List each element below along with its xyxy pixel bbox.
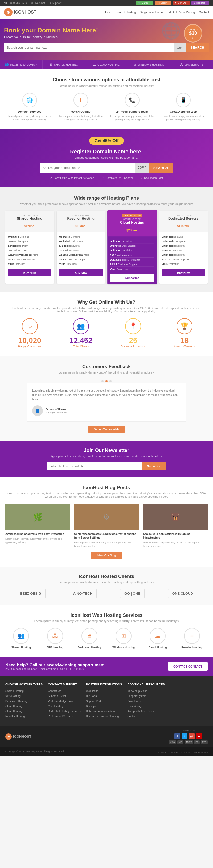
list-item: Apache,Mysql,drupal More	[8, 253, 51, 257]
dot-3[interactable]	[109, 380, 111, 382]
list-item: 100MB Disk Space	[8, 239, 51, 244]
list-item: Virus Protection	[110, 267, 154, 272]
twitter-button[interactable]: t	[182, 733, 187, 739]
nav-contact[interactable]: Contact	[199, 11, 209, 14]
domain-search-input[interactable]	[40, 163, 135, 173]
sitemap-link[interactable]: Sitemap	[158, 751, 167, 754]
stat-awards-number: 18	[174, 336, 195, 345]
subnav-domain[interactable]: 🌐 REGISTER A DOMAIN	[0, 60, 43, 69]
newsletter-submit[interactable]: Subscribe	[142, 462, 166, 470]
facebook-button[interactable]: f	[175, 733, 180, 739]
footer-link[interactable]: Database Administration	[86, 710, 115, 713]
clients-logos: BEEZ GESIG AINO-TECH GO | ONE ONE CLOUD	[5, 589, 208, 598]
plan-dedicated-button[interactable]: Buy Now	[162, 269, 205, 277]
blog-post-3: 🐻 Secure your applications with robust i…	[143, 503, 208, 548]
stats-title: Why Get Online With Us?	[5, 300, 208, 305]
feature-support: 📞 24/7/365 Support Team Lorem Ipsum is s…	[108, 93, 157, 121]
cta-contact-button[interactable]: CONTACT CONTACT	[168, 662, 208, 671]
cart-button[interactable]: 🛒 Cart(0) ~	[136, 1, 153, 5]
login-button[interactable]: ⟶ Log In ~	[155, 1, 171, 5]
footer-link[interactable]: Forum/Blogs	[127, 705, 142, 708]
plan-shared-button[interactable]: Buy Now	[8, 269, 51, 277]
footer-link[interactable]: Contact	[127, 715, 136, 718]
support-link[interactable]: ⚙ Support	[49, 2, 61, 4]
plan-shared-features: Unlimited Domains 100MB Disk Space Limit…	[5, 232, 54, 279]
subnav-shared[interactable]: 🖥 SHARED HOSTING	[43, 60, 85, 69]
plan-cloud-button[interactable]: Subscribe	[110, 274, 154, 282]
list-item: Dedicated Hosting Services	[48, 709, 81, 713]
footer-link[interactable]: Reseller Hosting	[5, 715, 25, 718]
domain-feature-1: ✓ Easy Setup With Instant Activation	[50, 177, 94, 180]
live-chat[interactable]: ✉ Live Chat	[31, 2, 45, 4]
youtube-button[interactable]: ▶	[196, 733, 202, 739]
footer-col-hosting: Choose Hosting Types Shared Hosting VPS …	[5, 683, 43, 719]
stat-clients-label: Total Clients	[70, 345, 92, 348]
domain-feature-3: ✓ No Hidden Cost	[140, 177, 163, 180]
plans-grid: STARTING FROM Shared Hosting $12/mo. Unl…	[5, 211, 208, 284]
footer-link[interactable]: Professional Services	[48, 715, 74, 718]
paypal-icon: PP	[194, 740, 200, 744]
footer-link[interactable]: Support Portal	[86, 700, 103, 703]
footer-link[interactable]: Disaster Recovery Planning	[86, 715, 119, 718]
list-item: Visit Knowledge Base	[48, 699, 81, 703]
blog-section: IconHost Blog Posts Lorem ipsum is simpl…	[0, 477, 213, 567]
blog-image-3: 🐻	[143, 503, 208, 530]
btc-icon: BTC	[201, 740, 208, 744]
client-logo-1: BEEZ GESIG	[16, 589, 45, 598]
domain-search-button[interactable]: SEARCH	[149, 163, 173, 173]
nav-shared[interactable]: Shared Hosting	[115, 11, 136, 14]
feature-uptime-icon: ⬆	[74, 93, 88, 107]
main-nav: Home Shared Hosting Single Year Pricing …	[104, 11, 209, 14]
privacy-link[interactable]: Privacy Policy	[193, 751, 208, 754]
dot-1[interactable]	[102, 380, 104, 382]
nav-single-year[interactable]: Single Year Pricing	[140, 11, 164, 14]
hero-search-button[interactable]: SEARCH	[186, 43, 209, 52]
newsletter-input[interactable]	[47, 462, 142, 470]
footer-link[interactable]: Dedicated Hosting	[5, 700, 27, 703]
plan-cloud-from: STARTING FROM	[110, 218, 154, 220]
footer-link[interactable]: Support System	[127, 695, 146, 698]
plan-shared: STARTING FROM Shared Hosting $12/mo. Unl…	[5, 211, 54, 284]
footer-link[interactable]: Cloudhosting	[48, 705, 63, 708]
list-item: Apache,Mysql,drupal More	[59, 253, 103, 257]
footer-link[interactable]: Shared Hosting	[5, 690, 24, 692]
footer-link[interactable]: Acceptable Use Policy	[127, 710, 154, 713]
footer-link[interactable]: Visit Knowledge Base	[48, 700, 74, 703]
hero-search-input[interactable]	[4, 43, 174, 52]
footer-link[interactable]: Backups	[86, 705, 96, 708]
contact-link[interactable]: Contact Us	[169, 751, 182, 754]
testimonial-dots	[5, 379, 208, 383]
nav-home[interactable]: Home	[104, 11, 111, 14]
list-item: Limited Bandwidth	[59, 244, 103, 248]
register-button[interactable]: ⊕ Register ~	[191, 1, 209, 5]
footer-link[interactable]: HR Portal	[86, 695, 98, 698]
list-item: Unlimited Disk Space	[59, 239, 103, 244]
nav-multi-year[interactable]: Multiple Year Pricing	[168, 11, 195, 14]
footer-link[interactable]: Cloud Hosting	[5, 710, 22, 713]
feature-uptime: ⬆ 99.9% Uptime Lorem Ipsum is simply dum…	[57, 93, 105, 121]
followme-button[interactable]: Get on Testimonials	[88, 426, 125, 433]
signup-button[interactable]: ✦ Sign Up ~	[173, 1, 190, 5]
googleplus-button[interactable]: g+	[189, 733, 195, 739]
legal-link[interactable]: Legal	[184, 751, 190, 754]
footer-link[interactable]: Dedicated Hosting Services	[48, 710, 81, 713]
footer-link[interactable]: Downloads	[127, 700, 140, 703]
subnav-vps[interactable]: 🖧 VPS SERVERS	[170, 60, 213, 69]
footer-link[interactable]: Knowledge Zone	[127, 690, 147, 692]
locations-icon: 📍	[125, 318, 141, 334]
footer-link[interactable]: Contact Us	[48, 690, 61, 692]
plan-reseller-button[interactable]: Buy Now	[59, 269, 103, 277]
list-item: Database Administration	[86, 709, 122, 713]
subnav-windows[interactable]: ⊞ WINDOWS HOSTING	[128, 60, 170, 69]
footer-link[interactable]: Web Portal	[86, 690, 99, 692]
dot-2[interactable]	[105, 380, 108, 382]
cloud-hosting-icon: ☁	[150, 628, 166, 644]
blog-view-button[interactable]: View Our Blog	[90, 552, 123, 559]
plan-cloud-header: MOST POPULAR STARTING FROM Cloud Hosting…	[107, 210, 157, 236]
subnav-cloud[interactable]: ☁ CLOUD HOSTING	[85, 60, 128, 69]
footer-link[interactable]: Cloud Hosting	[5, 705, 22, 708]
footer-link[interactable]: Submit a Ticket	[48, 695, 66, 698]
list-item: Limited Bandwidth	[8, 244, 51, 248]
service-vps: 🖧 VPS Hosting	[41, 628, 70, 649]
footer-link[interactable]: VPS Hosting	[5, 695, 21, 698]
